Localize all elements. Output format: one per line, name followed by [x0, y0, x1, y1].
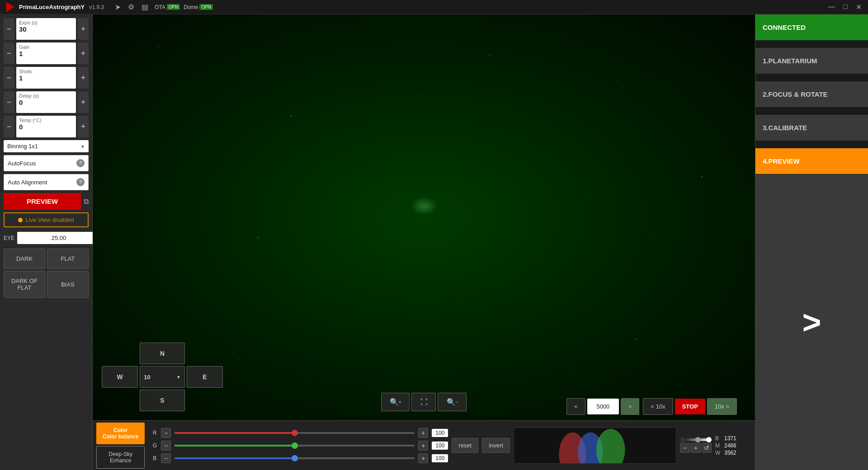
bias-button[interactable]: BIAS [47, 271, 89, 298]
maximize-button[interactable]: □ [840, 2, 850, 12]
g-plus-button[interactable]: + [418, 441, 428, 451]
zoom-out-button[interactable]: 🔍 − [438, 393, 467, 411]
stats-panel: B 1371 M 2466 W 3562 [715, 435, 751, 456]
zoom-in-icon: 🔍 [390, 398, 399, 406]
delay-value: 0 [19, 99, 73, 106]
deep-sky-line1: Deep-Sky [108, 451, 132, 457]
settings-icon[interactable]: ⚙ [126, 2, 136, 12]
shots-minus-button[interactable]: − [4, 67, 14, 89]
r-value-input[interactable] [432, 429, 448, 437]
dark-button[interactable]: DARK [4, 249, 45, 269]
b-stat-row: B 1371 [715, 435, 751, 442]
histogram-track[interactable] [680, 438, 712, 441]
flat-button[interactable]: FLAT [47, 249, 89, 269]
connected-button[interactable]: CONNECTED [755, 14, 868, 41]
south-button[interactable]: S [140, 390, 185, 411]
shots-box: Shots 1 [16, 67, 76, 89]
dome-badge-group: Dome OPN [184, 4, 213, 10]
gain-plus-button[interactable]: + [78, 42, 89, 64]
minimize-button[interactable]: — [825, 2, 838, 12]
next-section-area: > [755, 174, 868, 470]
b-stat-value: 1371 [724, 435, 736, 442]
navigation-controls: N W 10 ▼ E S [102, 343, 223, 411]
reset-button[interactable]: reset [452, 438, 478, 453]
east-button[interactable]: E [187, 366, 223, 388]
r-plus-button[interactable]: + [418, 428, 428, 438]
expo-row: − Expo (s) 30 + [4, 18, 89, 40]
autofocus-button[interactable]: AutoFocus ? [4, 155, 89, 171]
histogram-left-handle[interactable] [680, 437, 685, 442]
histogram-mid-handle[interactable] [695, 437, 701, 442]
b-plus-button[interactable]: + [418, 453, 428, 463]
histogram-right-handle[interactable] [706, 437, 712, 442]
west-button[interactable]: W [102, 366, 138, 388]
g-minus-button[interactable]: − [161, 441, 171, 451]
window-icon[interactable]: ▤ [140, 2, 150, 12]
expo-minus-button[interactable]: − [4, 18, 14, 40]
histogram-minus-button[interactable]: − [680, 443, 690, 453]
color-enhance-buttons: Color Color balance Deep-Sky Enhance [96, 423, 145, 469]
delay-box: Delay (s) 0 [16, 91, 76, 113]
g-slider-track[interactable] [175, 445, 415, 446]
focus-rotate-button[interactable]: 2.FOCUS & ROTATE [755, 81, 868, 108]
slew-value-input[interactable] [587, 399, 619, 414]
ota-label: OTA [155, 4, 165, 10]
live-view-button[interactable]: Live View disabled [4, 212, 89, 227]
close-button[interactable]: ✕ [853, 2, 864, 12]
auto-alignment-button[interactable]: Auto Alignment ? [4, 174, 89, 190]
g-slider-thumb[interactable] [292, 442, 298, 449]
zoom-in-button[interactable]: 🔍 + [381, 393, 410, 411]
b-slider-track[interactable] [175, 457, 415, 459]
g-value-input[interactable] [432, 442, 448, 450]
zoom-out-icon: 🔍 [447, 398, 456, 406]
stop-button[interactable]: STOP [675, 399, 705, 414]
expo-plus-button[interactable]: + [78, 18, 89, 40]
north-button[interactable]: N [140, 343, 185, 364]
shots-plus-button[interactable]: + [78, 67, 89, 89]
deep-sky-line2: Enhance [110, 457, 131, 464]
r-slider-thumb[interactable] [292, 430, 298, 436]
r-minus-button[interactable]: − [161, 428, 171, 438]
b-minus-button[interactable]: − [161, 453, 171, 463]
color-balance-button[interactable]: Color Color balance [96, 423, 145, 444]
step-selector[interactable]: 10 ▼ [140, 366, 185, 388]
dark-of-flat-button[interactable]: DARK OF FLAT [4, 271, 45, 298]
preview-button[interactable]: PREVIEW [4, 193, 81, 210]
b-value-input[interactable] [432, 454, 448, 462]
eye-input[interactable] [17, 232, 100, 244]
invert-button[interactable]: invert [482, 438, 510, 453]
delay-minus-button[interactable]: − [4, 91, 14, 113]
b-slider-thumb[interactable] [292, 455, 298, 461]
autofocus-help-icon[interactable]: ? [76, 159, 85, 167]
image-display: N W 10 ▼ E S 🔍 + [93, 14, 755, 420]
fit-button[interactable]: ⛶ [412, 393, 436, 411]
planetarium-button[interactable]: 1.PLANETARIUM [755, 48, 868, 74]
calibrate-button[interactable]: 3.CALIBRATE [755, 115, 868, 141]
temp-label: Temp (°C) [19, 118, 73, 123]
green-histogram [596, 428, 625, 463]
delay-plus-button[interactable]: + [78, 91, 89, 113]
slew-next-button[interactable]: > [621, 398, 640, 415]
dome-status: OPN [199, 4, 213, 10]
live-view-label: Live View disabled [25, 216, 74, 223]
histogram-refresh-button[interactable]: ↺ [702, 443, 712, 453]
gain-label: Gain [19, 44, 73, 50]
b-slider-row: B − + [152, 453, 448, 463]
slew-next10-button[interactable]: 10x > [707, 398, 737, 415]
right-preview-button[interactable]: 4.PREVIEW [755, 148, 868, 174]
bottom-panel: Color Color balance Deep-Sky Enhance R − [93, 420, 755, 470]
binning-select[interactable]: Binning 1x1 Binning 2x2 Binning 3x3 [4, 140, 89, 152]
slew-prev-button[interactable]: < [566, 398, 585, 415]
arrow-icon[interactable]: ➤ [113, 2, 123, 12]
auto-alignment-help-icon[interactable]: ? [76, 178, 85, 186]
r-slider-track[interactable] [175, 432, 415, 434]
gain-minus-button[interactable]: − [4, 42, 14, 64]
temp-minus-button[interactable]: − [4, 116, 14, 137]
slew-prev10-button[interactable]: < 10x [643, 398, 673, 415]
auto-alignment-label: Auto Alignment [8, 179, 47, 186]
histogram-plus-button[interactable]: + [691, 443, 701, 453]
temp-plus-button[interactable]: + [78, 116, 89, 137]
main-layout: − Expo (s) 30 + − Gain 1 + − Shots 1 + − [0, 14, 868, 470]
deep-sky-button[interactable]: Deep-Sky Enhance [96, 446, 145, 469]
r-label: R [152, 430, 157, 436]
